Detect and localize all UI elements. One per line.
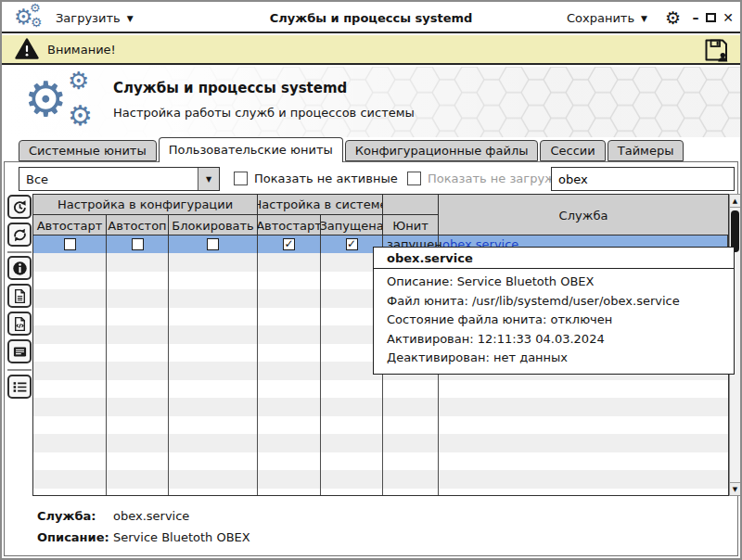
group-header-blank [383,195,439,215]
table-row [33,416,728,435]
maximize-button[interactable] [703,2,718,33]
list-button[interactable] [7,375,32,399]
show-inactive-label: Показать не активные [254,172,398,185]
titlebar: ⚙ ⚙ ⚙ Загрузить ▼ Службы и процессы syst… [2,2,740,33]
page-header: ⚙ ⚙ ⚙ Службы и процессы systemd Настройк… [2,67,740,137]
table-row [33,380,728,399]
save-user-units-icon[interactable] [703,37,729,63]
app-window: ⚙ ⚙ ⚙ Загрузить ▼ Службы и процессы syst… [0,0,742,560]
checkbox-config-autostop[interactable] [132,238,144,250]
document-button[interactable] [7,284,32,308]
table-header: Настройка в конфигурации Настройка в сис… [33,195,728,235]
tooltip-description: Описание: Service Bluetoth OBEX [387,273,734,292]
maximize-icon [706,13,716,22]
scroll-up-icon: ▲ [733,197,737,205]
scroll-down-button[interactable]: ▼ [730,482,740,495]
column-header-service: Служба [439,195,728,235]
column-header-autostop: Автостоп [107,215,169,235]
warning-label: Внимание! [47,43,116,57]
detail-description-label: Описание: [37,530,109,544]
table-row [33,470,728,489]
history-icon [12,199,28,215]
tab-config-files[interactable]: Конфигурационные файлы [345,140,539,161]
save-menu-button[interactable]: Сохранить ▼ [567,2,647,33]
search-input[interactable] [551,167,735,191]
list-icon [12,379,28,395]
journal-button[interactable] [7,339,32,363]
checkbox-config-autostart[interactable] [64,238,76,250]
service-tooltip: obex.service Описание: Service Bluetoth … [373,247,735,375]
tooltip-activated: Активирован: 12:11:33 04.03.2024 [387,330,734,350]
gear-glyph: ⚙ [68,99,93,132]
tab-timers[interactable]: Таймеры [608,140,684,161]
checkbox-config-block[interactable] [207,238,219,250]
unit-file-code-icon [12,316,28,332]
table-row [33,489,728,496]
group-header-config: Настройка в конфигурации [33,195,258,215]
app-logo-icon: ⚙ ⚙ ⚙ [14,4,51,32]
column-header-block: Блокировать [169,215,258,235]
save-menu-label: Сохранить [567,11,634,25]
detail-service-value: obex.service [113,509,189,523]
load-menu-button[interactable]: Загрузить ▼ [56,2,134,33]
gear-glyph: ⚙ [24,73,68,125]
warning-banner: Внимание! [2,35,740,65]
show-inactive-checkbox[interactable] [234,172,248,185]
column-header-autostart-system: Автостарт [258,215,321,235]
tooltip-unit-file-state: Состояние файла юнита: отключен [387,311,734,330]
close-button[interactable]: ✕ [721,2,736,33]
gear-glyph: ⚙ [31,15,43,30]
table-row [33,434,728,452]
show-unloaded-checkbox[interactable] [407,172,421,185]
scroll-up-button[interactable]: ▲ [730,195,740,208]
table-row [33,398,728,416]
window-title: Службы и процессы systemd [270,2,473,33]
refresh-icon [12,227,28,243]
scope-select-value: Все [19,172,198,186]
tab-system-units[interactable]: Системные юниты [19,140,157,161]
table-row [33,452,728,471]
tooltip-unit-file: Файл юнита: /usr/lib/systemd/user/obex.s… [387,292,734,312]
scroll-down-icon: ▼ [733,486,737,493]
tooltip-title: obex.service [374,248,734,269]
page-title: Службы и процессы systemd [113,80,347,96]
header-fade [2,67,740,137]
info-button[interactable] [7,256,32,280]
detail-description-value: Service Bluetoth OBEX [113,530,250,544]
document-icon [12,288,28,304]
column-header-autostart-config: Автостарт [33,215,107,235]
info-icon [12,261,28,276]
tooltip-deactivated: Деактивирован: нет данных [387,349,734,368]
refresh-button[interactable] [7,223,32,247]
history-button[interactable] [7,195,32,219]
detail-service-label: Служба: [37,509,96,523]
journal-console-icon [12,344,28,360]
checkbox-system-running[interactable]: ✓ [346,238,358,250]
unit-file-button[interactable] [7,312,32,336]
toolbar-separator [7,369,32,371]
tab-sessions[interactable]: Сессии [540,140,605,161]
tab-user-units[interactable]: Пользовательские юниты [159,137,343,162]
group-header-system: Настройка в системе [258,195,383,215]
load-menu-label: Загрузить [56,11,121,25]
combo-arrow-button[interactable]: ▼ [198,168,219,190]
column-header-unit: Юнит [383,215,439,235]
warning-triangle-icon [15,38,39,60]
gear-glyph: ⚙ [30,1,41,15]
column-header-running: Запущена [321,215,383,235]
gear-glyph: ⚙ [68,67,89,95]
tooltip-body: Описание: Service Bluetoth OBEX Файл юни… [374,269,734,374]
settings-gear-icon[interactable]: ⚙ [665,2,681,33]
chevron-down-icon: ▼ [206,175,211,184]
toolbar-separator [7,251,32,253]
tab-bar: Системные юниты Пользовательские юниты К… [19,137,685,162]
chevron-down-icon: ▼ [641,15,647,23]
app-logo-large-icon: ⚙ ⚙ ⚙ [24,69,109,135]
minimize-button[interactable]: – [688,2,703,33]
page-subtitle: Настройка работы служб и процессов систе… [113,106,415,120]
chevron-down-icon: ▼ [127,15,134,23]
scope-select[interactable]: Все ▼ [19,167,220,191]
checkbox-system-autostart[interactable]: ✓ [283,238,295,250]
